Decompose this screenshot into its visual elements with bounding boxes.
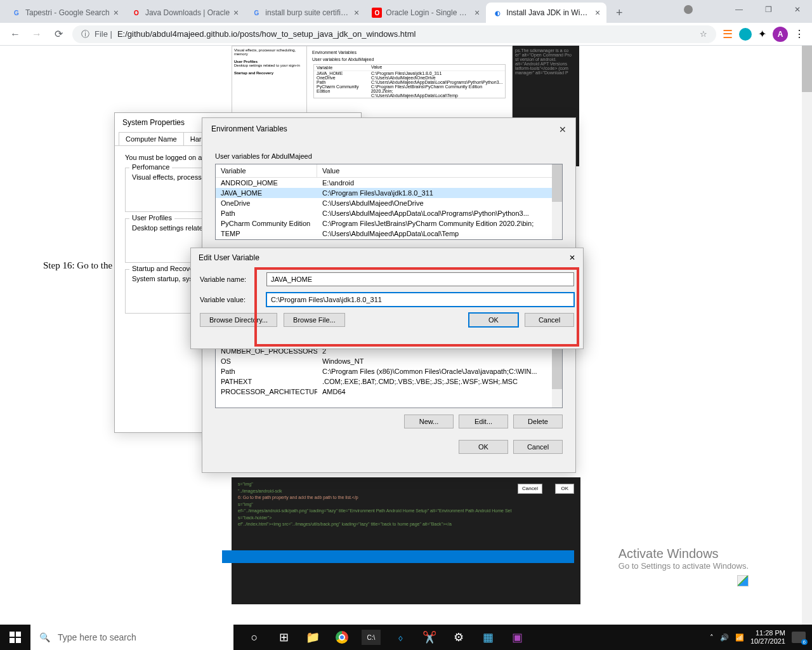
- ok-button[interactable]: OK: [459, 440, 508, 454]
- close-icon[interactable]: ×: [475, 8, 480, 18]
- step-caption: Step 16: Go to the: [43, 260, 112, 271]
- url-prefix: File |: [95, 29, 112, 39]
- new-tab-button[interactable]: +: [610, 4, 628, 22]
- window-title: Environment Variables: [211, 124, 287, 135]
- close-icon[interactable]: ×: [114, 8, 119, 18]
- wifi-icon[interactable]: 📶: [735, 633, 744, 642]
- tab-title: Java Downloads | Oracle: [145, 8, 230, 17]
- tab-title: Install Java JDK in Window: [506, 8, 591, 17]
- settings-icon[interactable]: ⚙: [444, 625, 473, 650]
- profile-avatar[interactable]: A: [773, 27, 788, 42]
- table-row: PROCESSOR_ARCHITECTUREAMD64: [216, 387, 562, 397]
- file-explorer-icon[interactable]: 📁: [298, 625, 327, 650]
- close-icon[interactable]: ×: [233, 8, 239, 18]
- page-viewport: Visual effects, processor scheduling, me…: [0, 46, 812, 625]
- windows-taskbar: 🔍 Type here to search ○ ⊞ 📁 C:\ ⬨ ✂️ ⚙ ▦…: [0, 625, 812, 650]
- col-value[interactable]: Value: [317, 164, 562, 177]
- tab-0[interactable]: GTapestri - Google Search×: [5, 3, 125, 23]
- back-button[interactable]: ←: [8, 29, 23, 40]
- url-text: E:/github/abdul4majeed.github.io/posts/h…: [117, 29, 416, 39]
- extensions-area: ☰ ✦ A ⋮: [723, 27, 804, 42]
- search-icon: 🔍: [39, 632, 50, 642]
- tab-title: Tapestri - Google Search: [25, 8, 110, 17]
- task-view-icon[interactable]: ⊞: [269, 625, 298, 650]
- tab-4[interactable]: ◐Install Java JDK in Window×: [486, 3, 606, 23]
- close-icon[interactable]: ×: [354, 8, 359, 18]
- extension-icon[interactable]: ☰: [723, 27, 733, 41]
- browse-file-button[interactable]: Browse File...: [284, 313, 345, 327]
- close-icon[interactable]: ×: [595, 8, 600, 18]
- edit-button[interactable]: Edit...: [459, 415, 508, 428]
- user-profiles-label: User Profiles: [129, 214, 174, 222]
- app-icon[interactable]: ▦: [473, 625, 502, 650]
- site-info-icon[interactable]: ⓘ: [81, 29, 89, 40]
- volume-icon[interactable]: 🔊: [720, 633, 729, 642]
- new-button[interactable]: New...: [404, 415, 454, 428]
- variable-value-label: Variable value:: [200, 296, 266, 303]
- chrome-toolbar: ← → ⟳ ⓘ File | E:/github/abdul4majeed.gi…: [0, 23, 812, 46]
- variable-value-input[interactable]: [266, 293, 574, 307]
- close-icon[interactable]: ✕: [559, 124, 566, 135]
- user-variables-table[interactable]: VariableValue ANDROID_HOMEE:\android JAV…: [215, 164, 563, 240]
- delete-button[interactable]: Delete: [513, 415, 563, 428]
- terminal-icon[interactable]: C:\: [362, 630, 381, 645]
- tab-1[interactable]: OJava Downloads | Oracle×: [125, 3, 245, 23]
- edit-user-variable-dialog: Edit User Variable ✕ Variable name: Vari…: [190, 248, 584, 349]
- activate-windows-watermark: Activate Windows Go to Settings to activ…: [619, 547, 749, 571]
- bg-sysprops-mini: Visual effects, processor scheduling, me…: [232, 46, 308, 119]
- table-row: PATHEXT.COM;.EXE;.BAT;.CMD;.VBS;.VBE;.JS…: [216, 376, 562, 387]
- table-row: PathC:\Program Files (x86)\Common Files\…: [216, 366, 562, 376]
- vscode-icon[interactable]: ⬨: [386, 625, 415, 650]
- close-window-button[interactable]: ✕: [783, 0, 812, 19]
- search-placeholder: Type here to search: [58, 632, 136, 642]
- user-vars-label: User variables for AbdulMajeed: [215, 152, 563, 160]
- table-row: JAVA_HOMEC:\Program Files\Java\jdk1.8.0_…: [216, 188, 562, 198]
- browse-directory-button[interactable]: Browse Directory...: [200, 313, 277, 327]
- bg-vscode: s="img" "../images/android-sdk 6: Go to …: [232, 477, 580, 604]
- address-bar[interactable]: ⓘ File | E:/github/abdul4majeed.github.i…: [72, 25, 716, 43]
- chrome-icon[interactable]: [327, 625, 357, 650]
- oracle-icon: O: [372, 8, 382, 18]
- maximize-button[interactable]: ❐: [754, 0, 783, 19]
- dialog-title: Edit User Variable: [199, 253, 259, 262]
- record-indicator-icon: [684, 5, 693, 14]
- extensions-menu-icon[interactable]: ✦: [758, 28, 766, 40]
- table-row: TEMPC:\Users\AbdulMajeed\AppData\Local\T…: [216, 229, 562, 239]
- notifications-icon[interactable]: 6: [792, 632, 806, 643]
- tab-2[interactable]: Ginstall burp suite certificat×: [245, 3, 365, 23]
- table-scrollbar[interactable]: [552, 164, 562, 239]
- snip-icon[interactable]: ✂️: [415, 625, 444, 650]
- system-tray: ˄ 🔊 📶 11:28 PM 10/27/2021 6: [704, 629, 812, 646]
- page-scrollbar[interactable]: [802, 46, 812, 625]
- cancel-button[interactable]: Cancel: [513, 440, 563, 454]
- bg-inner-taskbar: [222, 550, 574, 563]
- taskbar-search[interactable]: 🔍 Type here to search: [30, 625, 233, 650]
- tab-computer-name[interactable]: Computer Name: [119, 132, 184, 145]
- app-icon[interactable]: ▣: [502, 625, 532, 650]
- startup-label: Startup and Recove: [129, 265, 196, 272]
- extension-icon[interactable]: [739, 28, 752, 41]
- table-row: OSWindows_NT: [216, 356, 562, 366]
- variable-name-label: Variable name:: [200, 275, 266, 283]
- reload-button[interactable]: ⟳: [51, 28, 66, 40]
- cancel-button[interactable]: Cancel: [525, 313, 574, 327]
- bg-envvars-mini: Environment Variables User variables for…: [306, 46, 513, 122]
- table-row: ANDROID_HOMEE:\android: [216, 178, 562, 188]
- activate-title: Activate Windows: [619, 547, 749, 561]
- close-icon[interactable]: ✕: [569, 253, 575, 262]
- start-button[interactable]: [0, 625, 30, 650]
- tray-clock[interactable]: 11:28 PM 10/27/2021: [750, 629, 785, 646]
- bookmark-icon[interactable]: ☆: [700, 29, 707, 39]
- chrome-menu-icon[interactable]: ⋮: [794, 28, 804, 40]
- forward-button[interactable]: →: [29, 29, 44, 40]
- table-row: PyCharm Community EditionC:\Program File…: [216, 218, 562, 229]
- tray-chevron-icon[interactable]: ˄: [710, 633, 714, 642]
- oracle-icon: O: [131, 8, 141, 18]
- minimize-button[interactable]: —: [724, 0, 754, 19]
- ok-button[interactable]: OK: [469, 313, 518, 327]
- variable-name-input[interactable]: [266, 272, 574, 286]
- tab-3[interactable]: OOracle Login - Single Sign×: [365, 3, 486, 23]
- col-variable[interactable]: Variable: [216, 164, 317, 177]
- chrome-tab-strip: GTapestri - Google Search× OJava Downloa…: [0, 0, 812, 23]
- cortana-icon[interactable]: ○: [240, 625, 269, 650]
